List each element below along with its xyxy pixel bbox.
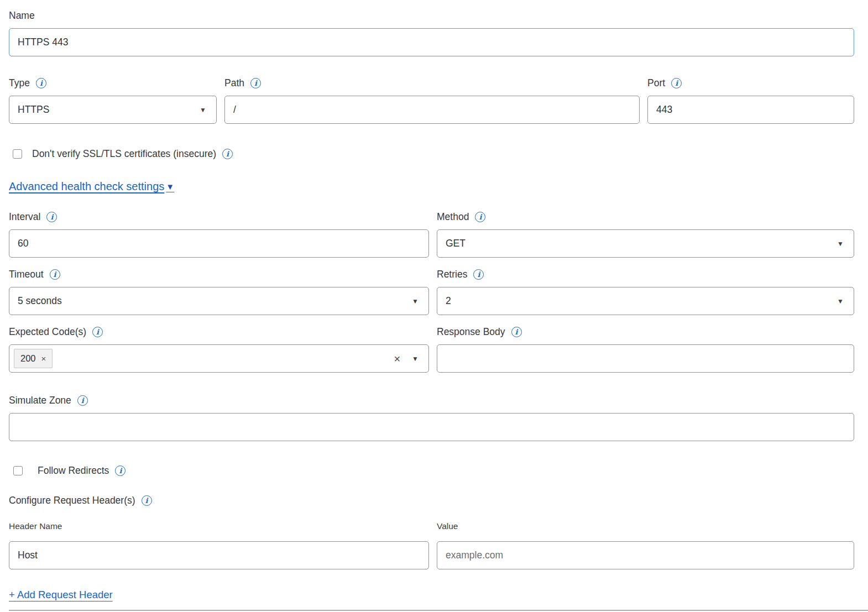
- timeout-select-value: 5 seconds: [18, 295, 62, 307]
- info-icon[interactable]: i: [142, 495, 152, 506]
- type-select[interactable]: HTTPS ▼: [9, 96, 217, 124]
- info-icon[interactable]: i: [46, 212, 57, 222]
- simulate-zone-input[interactable]: [9, 413, 854, 441]
- name-field: Name: [9, 9, 854, 56]
- method-select-value: GET: [446, 238, 466, 249]
- info-icon[interactable]: i: [250, 78, 261, 88]
- type-select-value: HTTPS: [18, 104, 49, 116]
- response-body-input[interactable]: [437, 344, 854, 373]
- path-input[interactable]: [224, 96, 640, 124]
- chevron-down-icon: ▼: [412, 355, 419, 362]
- header-name-label: Header Name: [9, 521, 429, 531]
- type-field: Type i HTTPS ▼: [9, 77, 217, 124]
- advanced-settings-toggle[interactable]: Advanced health check settings▼: [9, 180, 174, 193]
- follow-redirects-row: Follow Redirects i: [9, 465, 854, 477]
- method-label: Method: [437, 211, 469, 223]
- chevron-down-icon: ▼: [412, 298, 419, 305]
- multiselect-controls: × ▼: [394, 353, 419, 364]
- remove-tag-icon[interactable]: ×: [41, 354, 46, 363]
- info-icon[interactable]: i: [671, 78, 682, 88]
- path-label: Path: [224, 77, 244, 89]
- info-icon[interactable]: i: [77, 395, 88, 406]
- verify-ssl-row: Don't verify SSL/TLS certificates (insec…: [9, 148, 854, 160]
- code-tag: 200 ×: [14, 349, 53, 368]
- type-label: Type: [9, 77, 30, 89]
- response-body-label: Response Body: [437, 326, 505, 338]
- retries-select[interactable]: 2 ▼: [437, 287, 854, 315]
- add-request-header-button[interactable]: + Add Request Header: [9, 589, 113, 600]
- interval-method-row: Interval i Method i GET ▼: [9, 211, 854, 258]
- expected-codes-label: Expected Code(s): [9, 326, 86, 338]
- advanced-settings-label: Advanced health check settings: [9, 180, 164, 193]
- header-value-label: Value: [437, 521, 854, 531]
- port-label: Port: [647, 77, 665, 89]
- simulate-zone-field: Simulate Zone i: [9, 394, 854, 441]
- retries-field: Retries i 2 ▼: [437, 268, 854, 315]
- path-field: Path i: [224, 77, 640, 124]
- type-path-port-row: Type i HTTPS ▼ Path i Port i: [9, 77, 854, 124]
- port-input[interactable]: [647, 96, 854, 124]
- info-icon[interactable]: i: [115, 465, 126, 476]
- interval-label: Interval: [9, 211, 40, 223]
- header-value-field: Value: [437, 521, 854, 569]
- advanced-settings-row: Advanced health check settings▼: [9, 180, 854, 193]
- info-icon[interactable]: i: [36, 78, 46, 88]
- advanced-settings-section: Interval i Method i GET ▼ Timeout: [9, 211, 854, 441]
- timeout-label: Timeout: [9, 269, 44, 280]
- expected-codes-select[interactable]: 200 × × ▼: [9, 344, 429, 373]
- section-divider: [9, 610, 868, 611]
- method-field: Method i GET ▼: [437, 211, 854, 258]
- retries-select-value: 2: [446, 295, 451, 307]
- health-check-form: Name Type i HTTPS ▼ Path i Port i: [9, 9, 854, 611]
- chevron-down-icon: ▼: [837, 298, 844, 305]
- selected-codes: 200 ×: [14, 349, 53, 368]
- retries-label: Retries: [437, 269, 467, 280]
- codes-body-row: Expected Code(s) i 200 × × ▼: [9, 326, 854, 373]
- header-value-input[interactable]: [437, 541, 854, 569]
- expected-codes-field: Expected Code(s) i 200 × × ▼: [9, 326, 429, 373]
- verify-ssl-label: Don't verify SSL/TLS certificates (insec…: [32, 148, 216, 160]
- code-tag-value: 200: [20, 353, 36, 364]
- simulate-zone-label: Simulate Zone: [9, 395, 71, 406]
- info-icon[interactable]: i: [92, 327, 103, 337]
- port-field: Port i: [647, 77, 854, 124]
- method-select[interactable]: GET ▼: [437, 229, 854, 258]
- interval-field: Interval i: [9, 211, 429, 258]
- add-header-row: + Add Request Header: [9, 589, 854, 601]
- header-name-input[interactable]: [9, 541, 429, 569]
- interval-input[interactable]: [9, 229, 429, 258]
- chevron-down-icon: ▼: [200, 107, 206, 113]
- name-input[interactable]: [9, 28, 854, 56]
- name-label: Name: [9, 10, 35, 22]
- request-headers-section-label: Configure Request Header(s): [9, 495, 135, 506]
- request-headers-section-row: Configure Request Header(s) i: [9, 495, 854, 506]
- info-icon[interactable]: i: [475, 212, 485, 222]
- info-icon[interactable]: i: [222, 149, 233, 159]
- header-name-field: Header Name: [9, 521, 429, 569]
- timeout-retries-row: Timeout i 5 seconds ▼ Retries i 2 ▼: [9, 268, 854, 315]
- caret-down-icon: ▼: [166, 182, 174, 191]
- info-icon[interactable]: i: [511, 327, 522, 337]
- response-body-field: Response Body i: [437, 326, 854, 373]
- follow-redirects-label: Follow Redirects: [38, 465, 109, 477]
- timeout-field: Timeout i 5 seconds ▼: [9, 268, 429, 315]
- request-header-row: Header Name Value: [9, 521, 854, 569]
- info-icon[interactable]: i: [50, 269, 60, 280]
- follow-redirects-checkbox[interactable]: [13, 466, 23, 475]
- verify-ssl-checkbox[interactable]: [13, 149, 22, 159]
- chevron-down-icon: ▼: [837, 240, 844, 247]
- info-icon[interactable]: i: [473, 269, 484, 280]
- timeout-select[interactable]: 5 seconds ▼: [9, 287, 429, 315]
- clear-selection-icon[interactable]: ×: [394, 353, 400, 364]
